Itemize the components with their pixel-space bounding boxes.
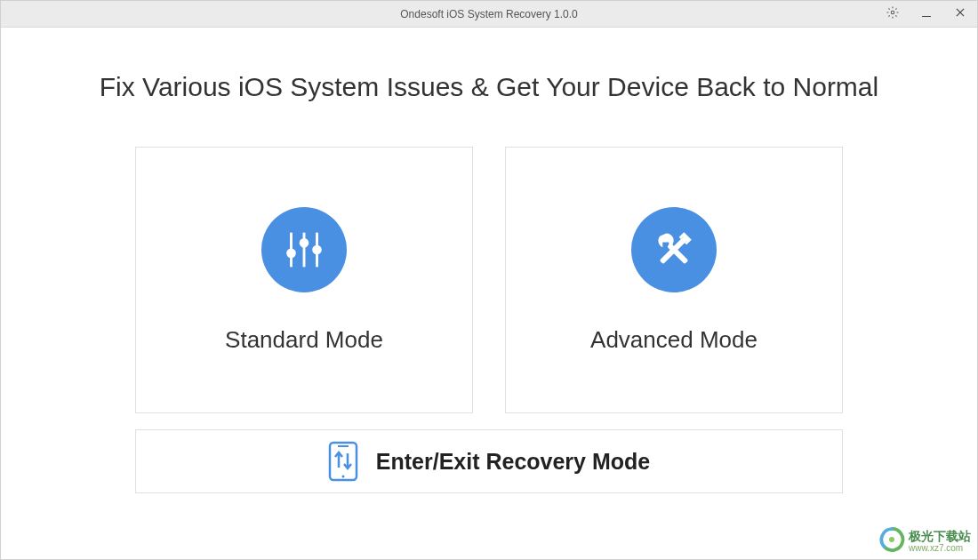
close-button[interactable] [943,1,977,27]
standard-mode-label: Standard Mode [225,326,383,354]
tools-icon [631,207,717,292]
svg-point-13 [341,476,344,478]
advanced-mode-card[interactable]: Advanced Mode [505,147,843,413]
modes-row: Standard Mode Advanced Mo [135,147,843,413]
watermark-name: 极光下载站 [909,530,971,543]
svg-point-7 [300,237,309,247]
watermark-logo-icon [878,526,905,556]
svg-point-8 [312,244,322,254]
watermark-text: 极光下载站 www.xz7.com [909,530,971,553]
window-title: Ondesoft iOS System Recovery 1.0.0 [1,8,977,20]
svg-point-0 [891,11,894,14]
settings-button[interactable] [876,1,910,27]
svg-point-16 [889,537,894,542]
recovery-mode-label: Enter/Exit Recovery Mode [376,449,650,475]
svg-point-6 [286,248,296,258]
svg-rect-11 [330,443,357,480]
gear-icon [886,6,899,22]
watermark: 极光下载站 www.xz7.com [878,526,971,556]
app-window: Ondesoft iOS System Recovery 1.0.0 [0,0,978,560]
window-controls [876,1,977,27]
standard-mode-card[interactable]: Standard Mode [135,147,473,413]
titlebar: Ondesoft iOS System Recovery 1.0.0 [1,1,977,28]
phone-arrows-icon [328,441,358,482]
sliders-icon [261,207,347,292]
recovery-mode-button[interactable]: Enter/Exit Recovery Mode [135,429,843,493]
close-icon [954,6,966,22]
page-heading: Fix Various iOS System Issues & Get Your… [100,72,878,102]
main-content: Fix Various iOS System Issues & Get Your… [1,28,977,559]
minimize-button[interactable] [910,1,943,27]
minimize-icon [922,16,931,17]
watermark-url: www.xz7.com [909,543,971,553]
advanced-mode-label: Advanced Mode [590,326,758,354]
